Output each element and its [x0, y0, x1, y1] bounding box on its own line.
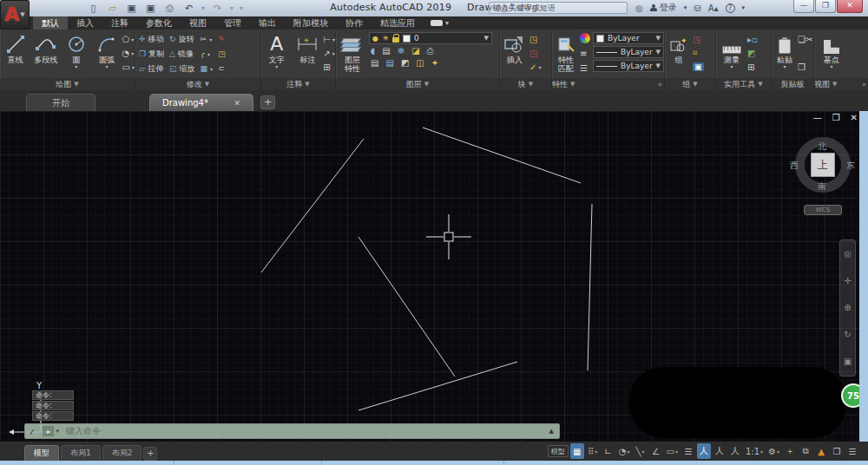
panel-label-draw[interactable]: 绘图▼ — [0, 78, 135, 90]
viewcube-east[interactable]: 东 — [846, 160, 855, 172]
erase-button[interactable]: ✎ — [218, 35, 226, 43]
customize-wrench-icon[interactable]: ⌐ — [26, 425, 38, 437]
tab-collaborate[interactable]: 协作 — [337, 16, 372, 29]
object-snap-toggle[interactable]: ▭▾ — [664, 443, 679, 459]
panel-label-utilities[interactable]: 实用工具▼ — [716, 78, 772, 90]
doc-minimize-icon[interactable]: — — [813, 113, 822, 122]
chevron-down-icon[interactable]: ▾ — [742, 4, 746, 11]
recent-commands-icon[interactable]: ▸ — [43, 426, 54, 436]
layer-isolate-icon[interactable]: ▤ — [382, 46, 390, 56]
layer-on-icon[interactable]: ▤ — [371, 58, 378, 68]
layer-lock-icon[interactable]: ◪ — [411, 46, 419, 56]
panel-label-view[interactable]: 视图▼» — [814, 78, 868, 90]
viewcube-top-face[interactable]: 上 — [811, 153, 835, 177]
group-edit-icon[interactable]: ⌗ — [693, 48, 698, 58]
pan-icon[interactable]: ✛ — [844, 277, 851, 285]
tab-model[interactable]: 模型 — [24, 445, 59, 461]
rectangle-icon[interactable]: ▭ — [122, 62, 130, 72]
tab-parametric[interactable]: 参数化 — [137, 16, 181, 29]
chevron-down-icon[interactable]: ▾ — [230, 4, 233, 12]
viewcube-south[interactable]: 南 — [818, 180, 826, 193]
dimension-style-icon[interactable]: ⊢ — [323, 35, 331, 44]
sign-in-button[interactable]: 登录 — [650, 2, 677, 14]
panel-label-modify[interactable]: 修改▼ — [135, 78, 261, 90]
tab-output[interactable]: 输出 — [250, 16, 285, 29]
tab-home[interactable]: 默认 — [33, 16, 68, 29]
tab-featured-apps[interactable]: 精选应用 — [372, 16, 424, 29]
chevron-down-icon[interactable]: ▾ — [56, 428, 59, 435]
tab-drawing4[interactable]: Drawing4* ✕ — [149, 94, 253, 111]
fillet-button[interactable]: ╭▾ — [201, 49, 214, 58]
workspace-gear-icon[interactable]: ⚙▾ — [766, 443, 781, 459]
panel-label-clipboard[interactable]: 剪贴板 — [772, 78, 814, 90]
doc-restore-icon[interactable]: ❐ — [832, 113, 840, 122]
polar-tracking-toggle[interactable]: ◔▾ — [617, 443, 632, 459]
trim-button[interactable]: ✂▾ — [201, 35, 214, 43]
wcs-dropdown[interactable]: WCS — [804, 205, 842, 215]
line-button[interactable]: 直线 — [0, 31, 30, 64]
mirror-button[interactable]: △镜像 — [169, 49, 195, 60]
layer-walk-icon[interactable]: ✦ — [431, 58, 438, 68]
dimension-button[interactable]: ✳ 标注 — [293, 31, 324, 64]
zoom-extents-icon[interactable]: ⊕ — [844, 304, 851, 312]
move-button[interactable]: ✛移动 — [139, 34, 164, 45]
open-folder-icon[interactable]: ▱ — [106, 3, 119, 14]
copy-button[interactable]: ❐复制 — [139, 49, 164, 60]
help-icon[interactable]: ? — [726, 3, 735, 13]
linetype-list-icon[interactable]: ☰ — [580, 63, 590, 73]
ribbon-collapse-button[interactable]: ▾ — [431, 16, 449, 29]
panel-label-layers[interactable]: 图层▼ — [336, 78, 500, 90]
chevron-down-icon[interactable]: ▾ — [684, 4, 687, 11]
tab-annotate[interactable]: 注释 — [102, 16, 137, 29]
app-menu-button[interactable]: A ▼ — [0, 0, 30, 29]
clean-screen-icon[interactable]: ❐ — [830, 443, 844, 459]
insert-block-button[interactable]: 插入 — [500, 31, 529, 64]
create-block-icon[interactable]: ◳ — [529, 35, 537, 44]
color-wheel-icon[interactable] — [580, 33, 590, 43]
annotation-monitor-icon[interactable]: ＋ — [783, 443, 797, 459]
navigation-bar[interactable]: ◎ ✛ ⊕ ↻ ▣ — [839, 239, 856, 377]
layer-off-icon[interactable]: ◖ — [371, 46, 375, 56]
new-layout-button[interactable]: + — [143, 447, 157, 461]
isometric-toggle[interactable]: ∠ — [648, 443, 662, 459]
showmotion-icon[interactable]: ▣ — [844, 357, 852, 366]
leader-icon[interactable]: ↗ — [323, 49, 330, 58]
quick-select-icon[interactable]: ▸▫ — [747, 35, 758, 44]
ungroup-icon[interactable]: ◳ — [693, 35, 700, 44]
panel-label-group[interactable]: 组▼ — [665, 78, 716, 90]
layer-dropdown[interactable]: ● ☀ 0 ▼ — [369, 32, 492, 44]
rotate-button[interactable]: ↻旋转 — [169, 34, 195, 45]
new-file-icon[interactable]: ▯ — [87, 3, 100, 14]
chevron-down-icon[interactable]: ▾ — [830, 64, 832, 69]
layer-plot-icon[interactable]: ⎙ — [427, 46, 434, 56]
stretch-button[interactable]: ▱拉伸 — [139, 63, 164, 75]
command-input[interactable]: 键入命令 — [66, 425, 101, 437]
layer-thaw-icon[interactable]: ▤ — [385, 58, 393, 68]
viewcube-west[interactable]: 西 — [790, 160, 799, 172]
lineweight-dropdown[interactable]: ByLayer ▼ — [593, 46, 664, 58]
ortho-toggle[interactable]: ∟ — [602, 443, 615, 459]
isolate-objects-icon[interactable]: ⧉ — [799, 443, 812, 459]
customization-menu-icon[interactable]: ☰ — [845, 443, 859, 459]
array-button[interactable]: ▦▾ — [201, 64, 214, 73]
orbit-icon[interactable]: ↻ — [844, 331, 851, 339]
layer-match-icon[interactable]: ◫ — [416, 58, 424, 68]
base-point-button[interactable]: 基点 ▾ — [814, 31, 849, 69]
explode-button[interactable]: ◳ — [218, 49, 226, 58]
chevron-down-icon[interactable]: ▾ — [75, 64, 77, 69]
overflow-icon[interactable]: » — [658, 81, 662, 88]
chevron-down-icon[interactable]: ▾ — [105, 64, 108, 69]
full-navigation-wheel-icon[interactable]: ◎ — [844, 250, 852, 259]
graphics-performance-icon[interactable]: ▲ — [814, 443, 828, 459]
undo-icon[interactable]: ↶ — [182, 3, 195, 14]
scale-dropdown[interactable]: 1:1▾ — [744, 443, 765, 459]
annotation-visibility-toggle[interactable]: 人 — [697, 443, 711, 459]
text-button[interactable]: A 文字 ▾ — [261, 31, 293, 69]
table-icon[interactable]: ⊞ — [323, 62, 330, 72]
grid-toggle[interactable]: ▦ — [570, 443, 584, 459]
measure-button[interactable]: 测量 ▾ — [716, 31, 747, 69]
linetype-dropdown[interactable]: ByLayer ▼ — [593, 60, 664, 72]
autodesk-360-icon[interactable]: A▴ — [708, 3, 719, 13]
match-properties-button[interactable]: 特性匹配 — [552, 31, 580, 73]
tab-start[interactable]: 开始 — [26, 94, 95, 111]
